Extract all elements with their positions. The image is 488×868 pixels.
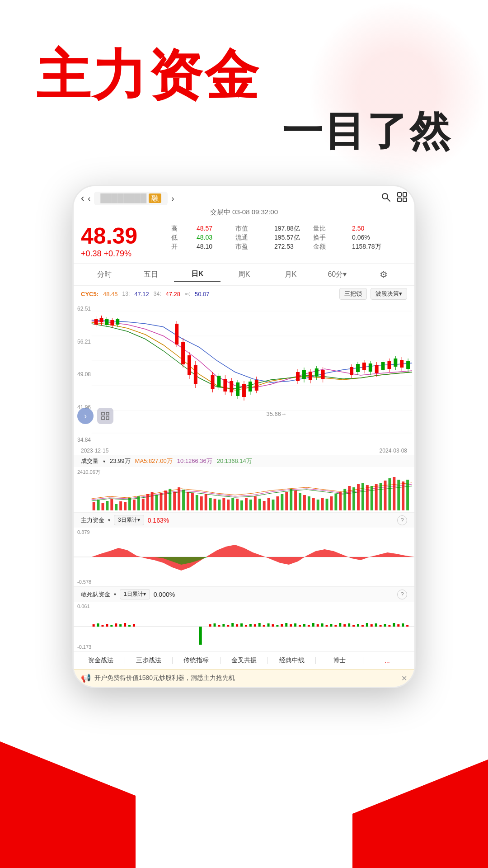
svg-rect-151 <box>406 480 409 510</box>
svg-rect-190 <box>321 623 324 627</box>
tab-zhouk[interactable]: 周K <box>221 268 267 281</box>
svg-rect-196 <box>348 623 350 627</box>
svg-rect-131 <box>317 500 319 510</box>
tab-rik[interactable]: 日K <box>174 268 221 282</box>
tab-classic-midline[interactable]: 经典中线 <box>268 655 315 666</box>
svg-rect-84 <box>106 501 108 510</box>
svg-rect-157 <box>106 624 108 627</box>
svg-rect-4 <box>398 198 401 202</box>
cyc-indicator-bar: CYC5: 48.45 13: 47.12 34: 47.28 ∞: 50.07… <box>74 286 414 302</box>
tab-more[interactable]: ... <box>363 655 411 666</box>
svg-rect-163 <box>133 624 135 627</box>
svg-rect-147 <box>388 478 391 510</box>
svg-rect-209 <box>406 625 408 627</box>
prev-stock-button[interactable]: ‹ <box>88 194 90 203</box>
volume-dropdown-arrow[interactable]: ▾ <box>103 459 105 464</box>
svg-rect-105 <box>200 496 203 510</box>
svg-rect-199 <box>361 625 364 627</box>
turnover-label: 换手 <box>313 234 349 242</box>
svg-rect-95 <box>155 495 158 510</box>
svg-point-0 <box>382 193 388 199</box>
svg-text:35.66→: 35.66→ <box>267 410 287 417</box>
svg-rect-158 <box>110 625 113 627</box>
svg-rect-116 <box>249 500 252 510</box>
svg-rect-182 <box>285 623 287 627</box>
svg-rect-198 <box>357 624 359 627</box>
volume-ma5: MA5:827.00万 <box>135 457 173 465</box>
svg-rect-126 <box>294 491 297 510</box>
svg-rect-88 <box>124 502 127 510</box>
svg-rect-135 <box>334 494 337 510</box>
three-locks-button[interactable]: 三把锁 <box>339 288 367 300</box>
cyc-v2: 47.12 <box>134 291 149 297</box>
chart-tabs: 分时 五日 日K 周K 月K 60分▾ ⚙ <box>74 264 414 286</box>
svg-rect-112 <box>231 498 234 510</box>
tab-fenshi[interactable]: 分时 <box>81 268 127 281</box>
next-stock-button[interactable]: › <box>171 194 174 203</box>
pe-val: 272.53 <box>274 243 310 251</box>
suicide-squad-dropdown[interactable]: ▾ <box>114 592 116 597</box>
main-force-chart: 0.879 -0.578 <box>74 528 414 586</box>
layout-icon[interactable] <box>397 192 407 205</box>
tab-three-step[interactable]: 三步战法 <box>125 655 173 666</box>
svg-rect-104 <box>196 495 198 510</box>
promo-banner: 📢 开户免费得价值1580元炒股利器，洞悉主力抢先机 ✕ <box>74 669 414 687</box>
chart-x-labels: 2023-12-15 2024-03-08 <box>74 447 414 455</box>
svg-rect-79 <box>102 417 104 420</box>
volume-val: 23.99万 <box>110 457 131 465</box>
expand-chart-button[interactable]: › <box>77 408 94 424</box>
stock-name-display: ████████ 融 <box>94 192 168 205</box>
svg-rect-185 <box>299 625 301 627</box>
svg-rect-134 <box>330 496 333 510</box>
main-force-dropdown[interactable]: ▾ <box>108 518 110 523</box>
search-icon[interactable] <box>381 192 391 205</box>
tab-capital-strategy[interactable]: 资金战法 <box>77 655 125 666</box>
svg-rect-180 <box>276 625 278 627</box>
svg-rect-156 <box>102 625 104 627</box>
chart-y-labels: 62.51 56.21 49.08 41.96 34.84 <box>77 302 91 447</box>
suicide-squad-period-button[interactable]: 1日累计▾ <box>120 589 150 599</box>
suicide-squad-label: 敢死队资金 <box>81 590 110 599</box>
svg-rect-123 <box>281 494 283 510</box>
svg-rect-187 <box>308 625 310 627</box>
svg-rect-145 <box>380 483 382 510</box>
tab-yuek[interactable]: 月K <box>267 268 314 281</box>
kline-chart-svg: 35.66→ <box>74 302 414 447</box>
price-main: 48.39 +0.38 +0.79% <box>81 225 162 259</box>
svg-rect-186 <box>303 624 305 627</box>
banner-close-button[interactable]: ✕ <box>401 674 407 683</box>
svg-rect-110 <box>222 498 225 510</box>
rong-badge: 融 <box>149 193 161 203</box>
nav-left: ‹ ‹ ████████ 融 › <box>81 192 174 205</box>
chart-tool-button[interactable] <box>97 408 113 424</box>
svg-rect-128 <box>303 495 306 510</box>
circulation-label: 流通 <box>235 234 272 242</box>
banner-text: 开户免费得价值1580元炒股利器，洞悉主力抢先机 <box>94 674 398 682</box>
tab-settings[interactable]: ⚙ <box>361 267 407 282</box>
speaker-icon: 📢 <box>81 673 91 683</box>
svg-rect-71 <box>394 359 397 367</box>
suicide-squad-help-button[interactable]: ? <box>397 590 407 599</box>
back-button[interactable]: ‹ <box>81 193 84 204</box>
svg-rect-67 <box>381 362 385 370</box>
svg-rect-183 <box>290 624 292 627</box>
svg-rect-2 <box>398 193 401 196</box>
svg-rect-200 <box>366 623 368 627</box>
tab-traditional-indicator[interactable]: 传统指标 <box>173 655 220 666</box>
svg-rect-138 <box>348 486 351 510</box>
main-force-period-button[interactable]: 3日累计▾ <box>114 515 144 525</box>
wave-decision-button[interactable]: 波段决策▾ <box>371 288 407 300</box>
svg-rect-118 <box>258 499 261 510</box>
main-force-help-button[interactable]: ? <box>397 515 407 525</box>
tab-60min[interactable]: 60分▾ <box>314 268 361 281</box>
tab-wuri[interactable]: 五日 <box>127 268 174 281</box>
svg-rect-51 <box>309 372 312 380</box>
svg-rect-174 <box>249 624 252 627</box>
vol-ratio-val: 2.50 <box>352 225 388 233</box>
tab-doctor[interactable]: 博士 <box>316 655 363 666</box>
svg-rect-37 <box>230 381 233 392</box>
tab-golden-cross[interactable]: 金叉共振 <box>221 655 268 666</box>
cyc-v1: 48.45 <box>103 291 118 297</box>
bottom-tabs: 资金战法 三步战法 传统指标 金叉共振 经典中线 博士 ... <box>74 651 414 669</box>
open-label: 开 <box>171 243 194 251</box>
